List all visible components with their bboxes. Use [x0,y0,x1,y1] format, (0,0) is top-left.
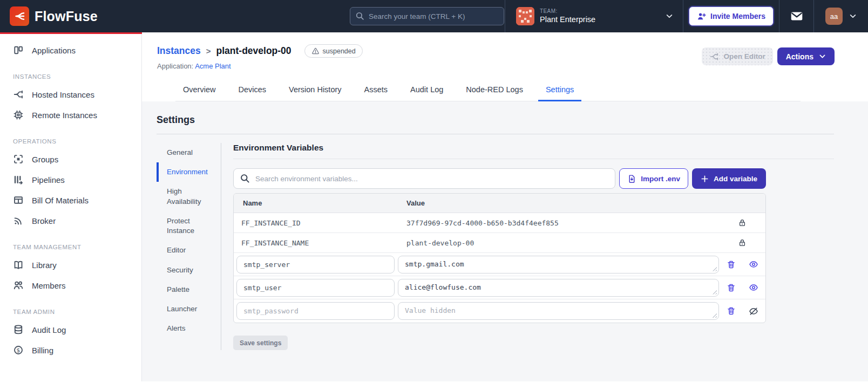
settings-subnav: General Environment High Availability Pr… [157,143,221,350]
breadcrumb-instances-link[interactable]: Instances [157,45,201,57]
sidebar-item-broker[interactable]: Broker [0,210,141,231]
avatar: aa [825,8,843,25]
settings-nav-high-availability[interactable]: High Availability [157,182,221,211]
document-download-icon [627,174,636,183]
sidebar-item-label: Library [32,261,57,270]
invite-members-button[interactable]: Invite Members [689,6,774,26]
team-selector[interactable]: TEAM: Plant Enterprise [505,0,683,32]
import-env-label: Import .env [641,175,680,183]
sidebar-item-applications[interactable]: Applications [0,40,141,60]
svg-text:$: $ [17,347,21,354]
applications-icon [13,45,24,56]
sidebar-item-label: Billing [32,346,53,355]
settings-nav-protect-instance[interactable]: Protect Instance [157,211,221,241]
actions-button[interactable]: Actions [777,47,835,65]
save-settings-button[interactable]: Save settings [233,336,288,350]
tab-assets[interactable]: Assets [357,81,396,101]
lock-icon [738,238,747,247]
sidebar-item-label: Remote Instances [32,111,97,120]
user-plus-icon [697,12,706,21]
breadcrumb-separator: > [206,46,211,56]
settings-nav-palette[interactable]: Palette [157,280,221,299]
env-name-input[interactable] [236,279,395,297]
column-header-value: Value [406,199,719,207]
add-variable-label: Add variable [714,175,757,183]
fork-icon [13,89,24,100]
settings-nav-editor[interactable]: Editor [157,241,221,260]
settings-section: Settings General Environment High Availa… [142,101,868,381]
top-navbar: FlowFuse TEAM: Plant Enterprise [0,0,868,32]
sidebar-item-label: Groups [32,155,58,164]
env-value: plant-develop-00 [406,239,719,247]
brand-name: FlowFuse [35,9,98,24]
application-link[interactable]: Acme Plant [195,62,230,70]
application-label: Application: [157,62,193,70]
tab-version-history[interactable]: Version History [281,81,349,101]
settings-nav-alerts[interactable]: Alerts [157,319,221,338]
sidebar-section-team-admin: TEAM ADMIN [0,296,141,319]
lock-icon [738,218,747,227]
add-variable-button[interactable]: Add variable [692,168,766,189]
team-label: TEAM: [540,8,660,15]
sidebar-item-pipelines[interactable]: Pipelines [0,169,141,190]
search-icon [240,173,250,183]
brand[interactable]: FlowFuse [0,6,98,26]
sidebar-item-library[interactable]: Library [0,255,141,275]
sidebar-item-label: Pipelines [32,175,65,184]
tab-devices[interactable]: Devices [230,81,274,101]
environment-variables-title: Environment Variables [233,143,834,159]
tab-node-red-logs[interactable]: Node-RED Logs [458,81,531,101]
env-value-input[interactable]: smtp.gmail.com [398,256,719,273]
import-env-button[interactable]: Import .env [619,168,688,189]
column-header-name: Name [234,199,406,207]
actions-label: Actions [786,52,813,61]
sidebar-item-groups[interactable]: Groups [0,149,141,169]
delete-variable-button[interactable] [727,283,736,292]
sidebar: Applications INSTANCES Hosted Instances … [0,32,142,381]
tab-overview[interactable]: Overview [175,81,223,101]
show-value-eye-icon[interactable] [749,259,758,269]
fork-icon [709,52,719,61]
table-row [234,299,765,323]
chip-icon [13,110,24,120]
env-variables-table: Name Value FF_INSTANCE_ID 37f7d969-97cd-… [233,193,766,323]
settings-nav-launcher[interactable]: Launcher [157,299,221,319]
sidebar-item-members[interactable]: Members [0,275,141,296]
flowfuse-logo-icon [10,6,29,26]
delete-variable-button[interactable] [727,306,736,316]
env-name-input[interactable] [236,256,395,273]
table-header: Name Value [234,194,765,213]
open-editor-button[interactable]: Open Editor [702,47,772,65]
sidebar-item-hosted-instances[interactable]: Hosted Instances [0,84,141,105]
tab-audit-log[interactable]: Audit Log [403,81,451,101]
divider [157,134,834,134]
settings-nav-security[interactable]: Security [157,261,221,280]
team-avatar [516,7,534,25]
hide-value-eye-slash-icon[interactable] [749,306,758,316]
book-icon [13,259,24,270]
user-menu[interactable]: aa [813,0,868,32]
settings-nav-general[interactable]: General [157,143,221,162]
sidebar-item-bill-of-materials[interactable]: Bill Of Materials [0,190,141,210]
notifications-button[interactable] [779,0,813,32]
members-icon [13,280,24,291]
env-value-input[interactable]: alice@flowfuse.com [398,279,719,297]
env-name-input[interactable] [236,302,395,320]
settings-nav-environment[interactable]: Environment [157,162,221,182]
sidebar-item-billing[interactable]: $ Billing [0,340,141,360]
plus-icon [701,175,709,183]
global-search-input[interactable] [350,7,504,25]
sidebar-item-remote-instances[interactable]: Remote Instances [0,105,141,125]
show-value-eye-icon[interactable] [749,283,758,292]
settings-title: Settings [157,114,868,126]
sidebar-item-label: Applications [32,46,76,55]
delete-variable-button[interactable] [727,260,736,269]
groups-chip-icon [13,154,24,165]
tab-settings[interactable]: Settings [538,81,581,101]
sidebar-item-audit-log[interactable]: Audit Log [0,319,141,340]
status-badge-label: suspended [323,47,356,55]
sidebar-item-label: Audit Log [32,325,66,334]
env-value-input[interactable] [398,302,719,320]
env-search-input[interactable] [233,168,615,189]
table-row: FF_INSTANCE_ID 37f7d969-97cd-4000-b650-b… [234,213,765,233]
